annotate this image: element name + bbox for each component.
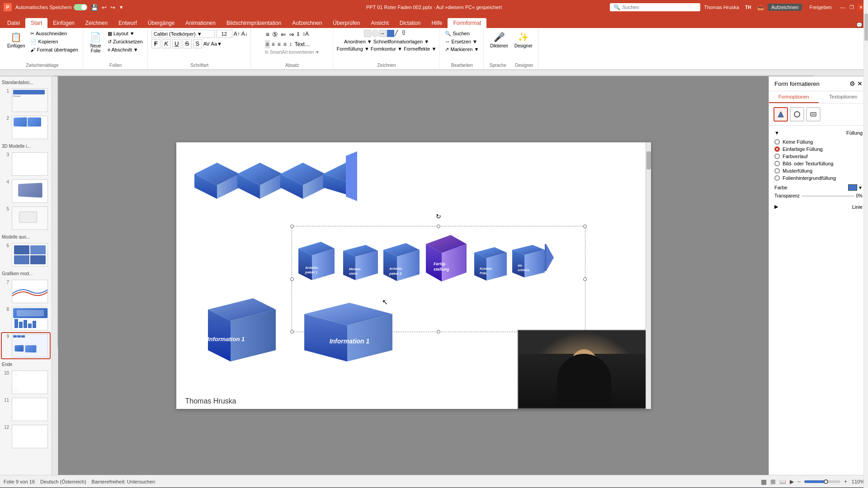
no-fill-option[interactable]: Keine Füllung xyxy=(774,139,863,145)
zurücksetzen-button[interactable]: ↺ Zurücksetzen xyxy=(106,38,145,46)
tab-datei[interactable]: Datei xyxy=(2,18,25,28)
column-icon[interactable]: ⫿ xyxy=(296,30,301,39)
video-overlay[interactable] xyxy=(518,330,651,409)
solid-fill-radio[interactable] xyxy=(774,146,780,152)
shape-blue-rect[interactable] xyxy=(387,30,394,37)
quick-styles-button[interactable]: Schnellformatvorlagen ▼ xyxy=(373,39,429,44)
pattern-fill-radio[interactable] xyxy=(774,168,780,174)
phase-kundenpraes[interactable]: Kunden- Präs. xyxy=(473,246,509,285)
redo-icon[interactable]: ↪ xyxy=(110,4,115,11)
slide-item-3[interactable]: 3 - - - - - - xyxy=(2,151,50,177)
info-box-1[interactable]: Information 1 xyxy=(194,296,285,368)
view-slideshow-btn[interactable]: ▶ xyxy=(790,479,794,485)
tab-einfügen[interactable]: Einfügen xyxy=(47,18,80,28)
line-spacing-icon[interactable]: ↕ xyxy=(288,40,293,48)
freigeben-button[interactable]: Freigeben xyxy=(806,4,835,11)
font-name-dropdown[interactable]: Calibri (Textkörper) ▼ xyxy=(151,30,215,38)
shape-circle[interactable] xyxy=(372,30,379,37)
einfügen-button[interactable]: 📋 Einfügen xyxy=(5,30,28,50)
minimize-button[interactable]: — xyxy=(839,4,846,11)
font-size-input[interactable]: 12 xyxy=(216,30,232,38)
tab-formformat[interactable]: Formformat xyxy=(448,18,486,28)
pattern-fill-option[interactable]: Musterfüllung xyxy=(774,168,863,174)
align-center-icon[interactable]: ≡ xyxy=(271,40,276,48)
smartart-convert-button[interactable]: In SmartArt konvertieren ▼ xyxy=(265,50,320,55)
tab-entwurf[interactable]: Entwurf xyxy=(113,18,142,28)
shape-outline-button[interactable]: Formkontur ▼ xyxy=(371,46,402,52)
tab-ansicht[interactable]: Ansicht xyxy=(365,18,394,28)
phase-fertigstellung[interactable]: Fertig- stellung xyxy=(424,233,471,285)
scroll-thumb-v[interactable] xyxy=(646,151,651,169)
slide-item-5[interactable]: 5 xyxy=(2,206,50,231)
handle-mr[interactable] xyxy=(583,277,587,281)
share-icon[interactable]: 📤 xyxy=(757,4,764,10)
shape-fill-icon-btn[interactable] xyxy=(774,107,788,122)
handle-tr[interactable] xyxy=(583,225,587,228)
align-left-icon[interactable]: ≡ xyxy=(265,40,270,48)
right-panel-settings-icon[interactable]: ⚙ xyxy=(849,80,855,87)
ersetzen-button[interactable]: ↔ Ersetzen ▼ xyxy=(443,38,481,45)
shape-effect-button[interactable]: Formeffekte ▼ xyxy=(404,46,436,52)
shape-more[interactable]: {} xyxy=(402,30,410,37)
slide-thumb-6[interactable] xyxy=(12,243,48,267)
comments-icon[interactable]: 💬 xyxy=(856,22,863,28)
text-direction-icon[interactable]: ↕A xyxy=(302,30,310,39)
font-grow-icon[interactable]: A↑ xyxy=(234,31,240,37)
save-icon[interactable]: 💾 xyxy=(91,4,98,11)
solid-fill-option[interactable]: Einfarbige Füllung xyxy=(774,146,863,152)
slide-bg-fill-option[interactable]: Folienhintergrundfüllung xyxy=(774,175,863,181)
neue-folie-button[interactable]: 📄 NeueFolie xyxy=(87,30,105,55)
transparency-slider[interactable] xyxy=(802,195,854,197)
slide-thumb-2[interactable] xyxy=(12,116,48,139)
slide-thumb-4[interactable] xyxy=(12,179,48,203)
tab-überprüfen[interactable]: Überprüfen xyxy=(327,18,365,28)
zoom-in-btn[interactable]: + xyxy=(844,479,847,485)
zoom-out-btn[interactable]: − xyxy=(797,479,801,485)
slide-thumb-8[interactable] xyxy=(12,307,48,330)
handle-tl[interactable] xyxy=(290,225,294,228)
slide-item-1[interactable]: 1 Text content xyxy=(2,88,50,113)
texture-fill-option[interactable]: Bild- oder Texturfüllung xyxy=(774,161,863,166)
blue-3d-arrow[interactable] xyxy=(185,147,357,206)
right-panel-scrollbar[interactable] xyxy=(863,0,868,488)
tab-zeichnen[interactable]: Zeichnen xyxy=(80,18,113,28)
markieren-button[interactable]: ↗ Markieren ▼ xyxy=(443,46,481,53)
autosave-toggle[interactable]: Automatisches Speichern xyxy=(15,4,87,10)
shape-fill-button[interactable]: Formfüllung ▼ xyxy=(337,46,369,52)
decrease-indent-icon[interactable]: ⇐ xyxy=(280,30,287,39)
tab-animationen[interactable]: Animationen xyxy=(180,18,221,28)
bullet-list-icon[interactable]: ≡ xyxy=(265,30,270,39)
color-picker-btn[interactable]: ▼ xyxy=(848,184,863,191)
line-section-header[interactable]: ▶ Linie xyxy=(774,204,863,210)
strikethrough-button[interactable]: S xyxy=(183,39,192,48)
suchen-button[interactable]: 🔍 Suchen xyxy=(443,30,481,38)
aufzeichnen-button[interactable]: Aufzeichnen xyxy=(768,4,802,11)
slide-thumb-11[interactable] xyxy=(12,398,48,421)
slide-item-9[interactable]: 9 xyxy=(2,333,50,358)
no-fill-radio[interactable] xyxy=(774,139,780,145)
shape-effect-icon-btn[interactable] xyxy=(806,107,821,122)
layout-button[interactable]: ▦ Layout ▼ xyxy=(106,30,145,38)
phase-abschluss[interactable]: Ab- schluss xyxy=(511,244,556,285)
zoom-slider[interactable] xyxy=(804,480,840,483)
text-align-icon[interactable]: Text… xyxy=(294,40,311,48)
canvas-area[interactable]: for(var i=0;i<20;i++){document.currentSc… xyxy=(52,76,769,475)
slide-thumb-10[interactable]: - - - - - - xyxy=(12,371,48,394)
shadow-button[interactable]: S xyxy=(193,39,202,48)
view-normal-btn[interactable]: ▦ xyxy=(761,478,767,485)
underline-button[interactable]: U xyxy=(172,39,181,48)
shape-outline-icon-btn[interactable] xyxy=(790,107,804,122)
gradient-fill-radio[interactable] xyxy=(774,154,780,159)
search-bar[interactable]: 🔍 xyxy=(610,3,700,11)
format-button[interactable]: 🖌 Format übertragen xyxy=(28,46,80,53)
abschnitt-button[interactable]: ≡ Abschnitt ▼ xyxy=(106,46,145,53)
font-shrink-icon[interactable]: A↓ xyxy=(241,31,248,37)
tab-übergänge[interactable]: Übergänge xyxy=(142,18,180,28)
view-sorter-btn[interactable]: ⊞ xyxy=(770,478,776,485)
tab-formoptionen[interactable]: Formoptionen xyxy=(769,91,819,103)
slide-thumb-1[interactable]: Text content xyxy=(12,89,48,112)
align-right-icon[interactable]: ≡ xyxy=(277,40,282,48)
diktieren-button[interactable]: 🎤 Diktieren xyxy=(487,30,510,50)
info-box-2[interactable]: Information 1 xyxy=(297,298,401,368)
tab-bildschirm[interactable]: Bildschirmpräsentation xyxy=(221,18,287,28)
